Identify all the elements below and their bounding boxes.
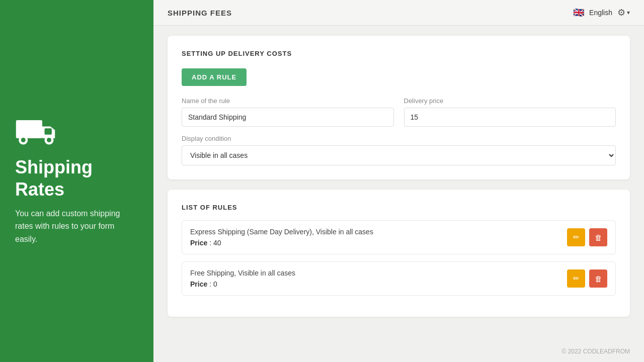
page-title: SHIPPING FEES bbox=[168, 9, 232, 17]
price-separator: : bbox=[209, 239, 213, 247]
name-group: Name of the rule bbox=[182, 97, 394, 127]
price-label-text: Price bbox=[190, 239, 207, 247]
name-label: Name of the rule bbox=[182, 97, 394, 105]
rule-info: Express Shipping (Same Day Delivery), Vi… bbox=[190, 228, 567, 247]
form-row-main: Name of the rule Delivery price bbox=[182, 97, 616, 127]
rule-info: Free Shipping, Visible in all cases Pric… bbox=[190, 269, 567, 288]
rule-price: Price : 0 bbox=[190, 280, 567, 288]
price-separator: : bbox=[209, 280, 213, 288]
svg-rect-0 bbox=[16, 120, 42, 138]
truck-icon bbox=[15, 116, 138, 148]
header: SHIPPING FEES 🇬🇧 English ⚙ ▾ bbox=[153, 0, 644, 26]
header-right: 🇬🇧 English ⚙ ▾ bbox=[573, 7, 630, 18]
flag-icon: 🇬🇧 bbox=[573, 7, 584, 18]
rule-item: Express Shipping (Same Day Delivery), Vi… bbox=[182, 220, 616, 254]
settings-icon: ⚙ bbox=[617, 7, 625, 18]
left-description: You can add custom shipping rates with r… bbox=[15, 207, 138, 246]
price-value-text: 0 bbox=[213, 280, 217, 288]
edit-icon: ✏ bbox=[573, 233, 580, 242]
svg-point-5 bbox=[47, 138, 51, 142]
delete-rule-button[interactable]: 🗑 bbox=[589, 228, 607, 246]
rule-name: Express Shipping (Same Day Delivery), Vi… bbox=[190, 228, 567, 236]
condition-label: Display condition bbox=[182, 135, 616, 142]
trash-icon: 🗑 bbox=[595, 275, 602, 283]
right-panel: SHIPPING FEES 🇬🇧 English ⚙ ▾ SETTING UP … bbox=[153, 0, 644, 362]
rule-actions: ✏ 🗑 bbox=[567, 228, 607, 246]
rules-card: LIST OF RULES Express Shipping (Same Day… bbox=[168, 190, 630, 317]
price-label-text: Price bbox=[190, 280, 207, 288]
edit-icon: ✏ bbox=[573, 274, 580, 283]
name-input[interactable] bbox=[182, 108, 394, 127]
settings-button[interactable]: ⚙ ▾ bbox=[617, 7, 630, 18]
condition-group: Display condition Visible in all cases O… bbox=[182, 135, 616, 165]
trash-icon: 🗑 bbox=[595, 233, 602, 242]
delete-rule-button[interactable]: 🗑 bbox=[589, 269, 607, 288]
chevron-down-icon: ▾ bbox=[627, 9, 630, 16]
content-area: SETTING UP DELIVERY COSTS ADD A RULE Nam… bbox=[153, 26, 644, 343]
add-rule-button[interactable]: ADD A RULE bbox=[182, 68, 247, 86]
setup-card: SETTING UP DELIVERY COSTS ADD A RULE Nam… bbox=[168, 36, 630, 179]
rule-item: Free Shipping, Visible in all cases Pric… bbox=[182, 261, 616, 296]
edit-rule-button[interactable]: ✏ bbox=[567, 228, 585, 246]
price-value-text: 40 bbox=[213, 239, 221, 247]
svg-point-3 bbox=[21, 138, 26, 142]
rule-name: Free Shipping, Visible in all cases bbox=[190, 269, 567, 277]
condition-select[interactable]: Visible in all cases Only for specific c… bbox=[182, 145, 616, 165]
rule-price: Price : 40 bbox=[190, 239, 567, 247]
rules-section-title: LIST OF RULES bbox=[182, 204, 616, 211]
rule-actions: ✏ 🗑 bbox=[567, 269, 607, 288]
setup-section-title: SETTING UP DELIVERY COSTS bbox=[182, 50, 616, 57]
footer: © 2022 CODLEADFROM bbox=[153, 343, 644, 362]
price-group: Delivery price bbox=[404, 97, 616, 127]
price-label: Delivery price bbox=[404, 97, 616, 105]
condition-row: Display condition Visible in all cases O… bbox=[182, 135, 616, 165]
left-panel: Shipping Rates You can add custom shippi… bbox=[0, 0, 153, 362]
edit-rule-button[interactable]: ✏ bbox=[567, 269, 585, 288]
price-input[interactable] bbox=[404, 108, 616, 127]
footer-text: © 2022 CODLEADFROM bbox=[561, 348, 630, 355]
left-title: Shipping Rates bbox=[15, 156, 138, 200]
language-label: English bbox=[589, 9, 612, 17]
svg-rect-1 bbox=[45, 129, 52, 135]
